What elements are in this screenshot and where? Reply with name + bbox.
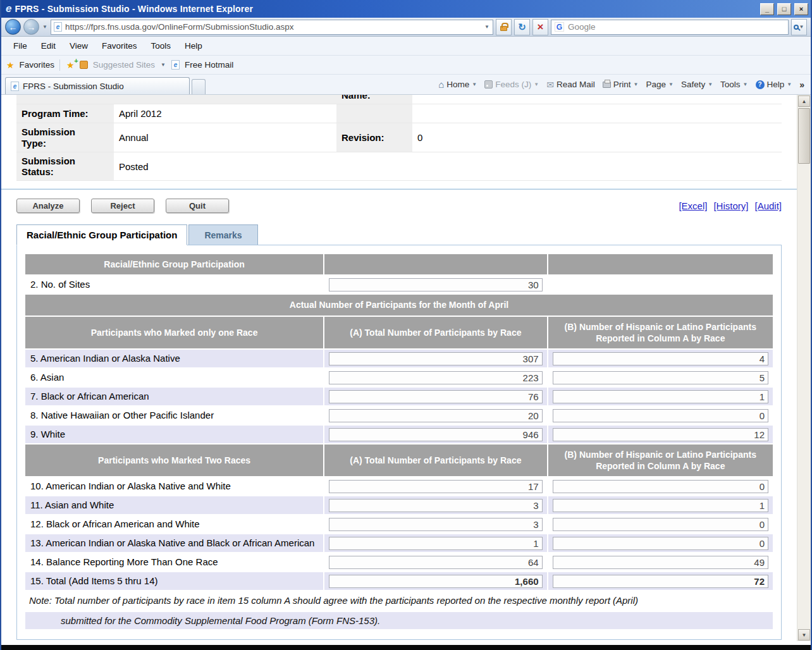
scroll-down-icon[interactable]: ▼ (798, 629, 810, 641)
stop-icon: × (537, 21, 543, 34)
separator (59, 59, 60, 71)
tools-button[interactable]: Tools ▼ (720, 80, 747, 89)
tab-participation[interactable]: Racial/Ethnic Group Participation (16, 224, 187, 245)
scroll-thumb[interactable] (798, 108, 810, 164)
tab-remarks[interactable]: Remarks (188, 224, 257, 245)
search-go-button[interactable]: ▼ (791, 19, 807, 35)
audit-link[interactable]: [Audit] (754, 200, 782, 211)
race-a-input[interactable] (329, 371, 542, 384)
race-a-input[interactable] (329, 480, 542, 493)
excel-link[interactable]: [Excel] (679, 200, 707, 211)
print-label: Print (613, 80, 631, 89)
submission-type-label: Submission Type: (16, 123, 114, 152)
scroll-up-icon[interactable]: ▲ (798, 95, 810, 107)
submission-status-value: Posted (114, 152, 336, 181)
race-b-input[interactable] (553, 352, 768, 365)
suggested-sites-dropdown-icon[interactable]: ▼ (160, 62, 166, 68)
menu-favorites[interactable]: Favorites (95, 39, 144, 53)
two-races-header-cell: Participants who Marked Two Races (25, 445, 323, 476)
magnifier-icon (794, 25, 799, 30)
history-link[interactable]: [History] (713, 200, 748, 211)
url-text[interactable]: https://fprs.fns.usda.gov/OnlineForm/Sub… (65, 22, 481, 32)
free-hotmail-button[interactable]: Free Hotmail (185, 60, 233, 70)
search-input[interactable]: G Google (551, 20, 789, 35)
race-b-input[interactable] (553, 371, 768, 384)
tools-label: Tools (720, 80, 741, 89)
overflow-chevron-icon[interactable]: » (799, 80, 804, 90)
race-a-input[interactable] (329, 409, 542, 422)
favorites-button[interactable]: Favorites (20, 60, 55, 70)
stop-button[interactable]: × (532, 19, 548, 35)
help-button[interactable]: ? Help ▼ (756, 80, 792, 89)
security-lock-button[interactable] (496, 19, 512, 35)
header-spacer (548, 254, 773, 274)
url-dropdown-icon[interactable]: ▼ (484, 24, 490, 30)
reject-button[interactable]: Reject (91, 199, 154, 213)
race-a-input[interactable] (329, 352, 542, 365)
maximize-button[interactable]: □ (777, 3, 791, 15)
add-favorite-icon[interactable]: ★+ (66, 60, 75, 70)
race-b-input[interactable] (553, 409, 768, 422)
back-button[interactable]: ← (5, 19, 21, 35)
hotmail-icon: e (171, 60, 180, 70)
tab-bar: e FPRS - Submission Studio ⌂ Home ▼ Feed… (1, 75, 811, 95)
two-races-header-row: Participants who Marked Two Races (A) To… (25, 445, 773, 476)
race-b-input[interactable] (553, 480, 768, 493)
sites-input[interactable] (329, 278, 542, 291)
vertical-scrollbar[interactable]: ▲ ▼ (797, 95, 811, 641)
table-row: 13. American Indian or Alaska Native and… (25, 534, 773, 552)
race-a-input[interactable] (329, 537, 542, 550)
nav-history-dropdown-icon[interactable]: ▼ (42, 24, 48, 30)
row-label: 8. Native Hawaiian or Other Pacific Isla… (25, 407, 323, 424)
menu-help[interactable]: Help (178, 39, 209, 53)
month-header-row: Actual Number of Participants for the Mo… (25, 295, 773, 315)
read-mail-button[interactable]: ✉ Read Mail (546, 80, 595, 89)
col-b-header-cell: (B) Number of Hispanic or Latino Partici… (548, 445, 773, 476)
refresh-button[interactable]: ↻ (514, 19, 530, 35)
menu-file[interactable]: File (6, 39, 34, 53)
total-a-input[interactable] (329, 575, 542, 588)
race-a-input[interactable] (329, 390, 542, 403)
race-b-input[interactable] (553, 537, 768, 550)
url-field[interactable]: e https://fprs.fns.usda.gov/OnlineForm/S… (51, 20, 493, 35)
minimize-button[interactable]: _ (760, 3, 774, 15)
table-row: 5. American Indian or Alaska Native (25, 350, 773, 367)
total-b-input[interactable] (553, 575, 768, 588)
row-label: 10. American Indian or Alaska Native and… (25, 477, 323, 495)
menu-edit[interactable]: Edit (34, 39, 63, 53)
menu-view[interactable]: View (63, 39, 95, 53)
feeds-dropdown-icon: ▼ (534, 82, 539, 87)
race-b-input[interactable] (553, 556, 768, 569)
race-b-input[interactable] (553, 518, 768, 531)
new-tab-stub[interactable] (192, 79, 206, 94)
browser-tab[interactable]: e FPRS - Submission Studio (5, 77, 190, 94)
divider (1, 188, 797, 190)
race-b-input[interactable] (553, 499, 768, 512)
race-b-input[interactable] (553, 428, 768, 441)
print-button[interactable]: Print ▼ (603, 80, 639, 89)
feeds-button[interactable]: Feeds (J) ▼ (484, 80, 539, 89)
google-icon: G (555, 22, 564, 32)
close-button[interactable]: × (794, 3, 808, 15)
table-row: 8. Native Hawaiian or Other Pacific Isla… (25, 407, 773, 424)
read-mail-label: Read Mail (557, 80, 595, 89)
menu-tools[interactable]: Tools (144, 39, 178, 53)
table-row: 7. Black or African American (25, 388, 773, 405)
race-b-input[interactable] (553, 390, 768, 403)
table-title-cell: Racial/Ethnic Group Participation (25, 254, 323, 274)
forward-button[interactable]: → (23, 19, 39, 35)
race-a-input[interactable] (329, 556, 542, 569)
safety-button[interactable]: Safety ▼ (681, 80, 713, 89)
page-button[interactable]: Page ▼ (646, 80, 673, 89)
race-a-input[interactable] (329, 428, 542, 441)
quit-button[interactable]: Quit (166, 199, 229, 213)
race-a-input[interactable] (329, 499, 542, 512)
command-bar: ⌂ Home ▼ Feeds (J) ▼ ✉ Read Mail Print ▼… (438, 75, 807, 94)
help-dropdown-icon: ▼ (787, 82, 792, 87)
safety-dropdown-icon: ▼ (708, 82, 713, 87)
analyze-button[interactable]: Analyze (16, 199, 80, 213)
suggested-sites-button[interactable]: Suggested Sites (93, 60, 155, 70)
help-icon: ? (756, 80, 765, 89)
race-a-input[interactable] (329, 518, 542, 531)
home-button[interactable]: ⌂ Home ▼ (438, 80, 477, 89)
